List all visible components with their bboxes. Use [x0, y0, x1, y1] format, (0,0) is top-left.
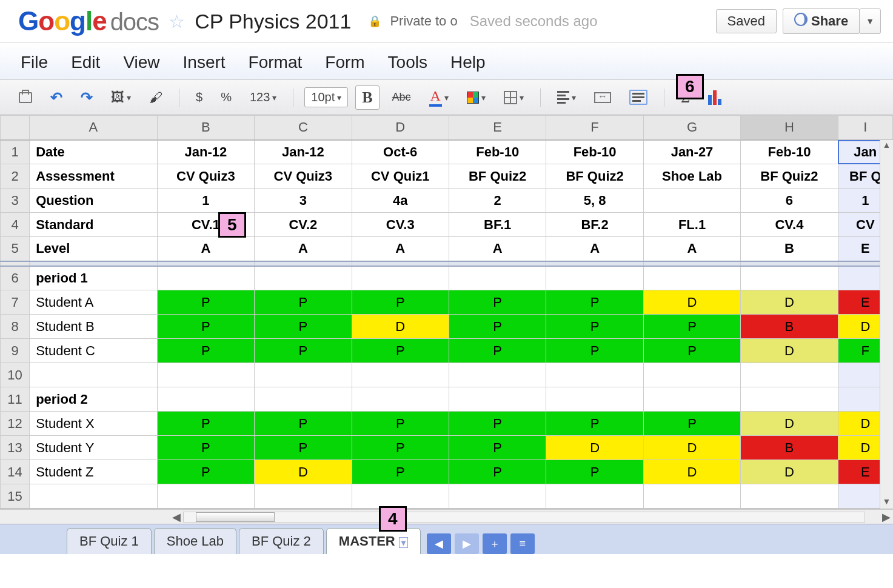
cell[interactable]: P	[352, 460, 449, 484]
cell[interactable]: CV Quiz1	[352, 164, 449, 189]
cell[interactable]: P	[643, 339, 740, 363]
cell[interactable]	[741, 484, 838, 509]
cell[interactable]: Level	[30, 237, 158, 261]
cell[interactable]: P	[157, 339, 254, 363]
cell[interactable]: P	[352, 339, 449, 363]
undo-button[interactable]: ↶	[45, 86, 68, 109]
cell[interactable]: A	[643, 237, 740, 261]
row-header[interactable]: 4	[1, 213, 30, 237]
cell[interactable]: D	[741, 290, 838, 315]
cell[interactable]: D	[352, 315, 449, 339]
cell[interactable]: P	[157, 460, 254, 484]
cell[interactable]: BF.2	[546, 213, 643, 237]
col-header-G[interactable]: G	[643, 116, 740, 140]
chart-button[interactable]	[703, 87, 728, 108]
cell[interactable]: D	[643, 290, 740, 315]
cell[interactable]: Jan-27	[643, 140, 740, 164]
cell[interactable]	[30, 484, 158, 509]
tab-add[interactable]: ＋	[483, 533, 507, 554]
cell[interactable]: D	[741, 460, 838, 484]
cell[interactable]: P	[352, 436, 449, 460]
number-format-button[interactable]: 123 ▾	[244, 87, 282, 107]
select-all-corner[interactable]	[1, 116, 30, 140]
col-header-F[interactable]: F	[546, 116, 643, 140]
cell[interactable]	[352, 266, 449, 290]
text-color-button[interactable]: A ▾	[424, 85, 454, 110]
redo-button[interactable]: ↷	[75, 86, 98, 109]
cell[interactable]	[546, 484, 643, 509]
menu-tools[interactable]: Tools	[388, 53, 427, 72]
cell[interactable]	[352, 387, 449, 412]
cell[interactable]: P	[546, 315, 643, 339]
col-header-A[interactable]: A	[30, 116, 158, 140]
col-header-I[interactable]: I	[838, 116, 892, 140]
cell[interactable]	[30, 363, 158, 387]
cell[interactable]: P	[643, 315, 740, 339]
percent-button[interactable]: %	[215, 87, 237, 107]
sheet-tab-menu-icon[interactable]: ▾	[399, 537, 408, 548]
cell[interactable]: D	[741, 339, 838, 363]
cell[interactable]	[255, 266, 352, 290]
cell[interactable]: Jan-12	[255, 140, 352, 164]
merge-button[interactable]	[589, 89, 617, 106]
document-title[interactable]: CP Physics 2011	[195, 10, 351, 33]
currency-button[interactable]: $	[190, 87, 208, 107]
cell[interactable]	[546, 266, 643, 290]
sheet-tab[interactable]: BF Quiz 1	[67, 528, 152, 554]
col-header-E[interactable]: E	[449, 116, 546, 140]
cell[interactable]: 2	[449, 189, 546, 213]
cell[interactable]: B	[741, 436, 838, 460]
tab-nav-prev[interactable]: ◀	[427, 533, 451, 554]
tab-nav-next[interactable]: ▶	[455, 533, 479, 554]
cell[interactable]: period 2	[30, 387, 158, 412]
wrap-button[interactable]	[624, 87, 653, 108]
bold-button[interactable]: B	[355, 85, 379, 110]
row-header[interactable]: 2	[1, 164, 30, 189]
cell[interactable]: B	[741, 315, 838, 339]
row-header[interactable]: 15	[1, 484, 30, 509]
borders-button[interactable]: ▾	[498, 88, 529, 107]
menu-edit[interactable]: Edit	[71, 53, 100, 72]
menu-form[interactable]: Form	[325, 53, 364, 72]
row-header[interactable]: 5	[1, 237, 30, 261]
cell[interactable]: P	[546, 290, 643, 315]
cell[interactable]: D	[255, 460, 352, 484]
saved-button[interactable]: Saved	[716, 9, 777, 33]
cell[interactable]: Question	[30, 189, 158, 213]
cell[interactable]	[546, 387, 643, 412]
share-dropdown[interactable]: ▼	[859, 8, 881, 34]
cell[interactable]	[157, 387, 254, 412]
cell[interactable]: Student X	[30, 412, 158, 436]
sheet-tab[interactable]: Shoe Lab	[154, 528, 236, 554]
cell[interactable]: BF Quiz2	[546, 164, 643, 189]
cell[interactable]: Feb-10	[449, 140, 546, 164]
row-header[interactable]: 1	[1, 140, 30, 164]
cell[interactable]	[255, 387, 352, 412]
cell[interactable]	[157, 484, 254, 509]
cell[interactable]	[643, 484, 740, 509]
format-brush-button[interactable]: 🖌	[144, 87, 168, 109]
cell[interactable]: P	[157, 315, 254, 339]
cell[interactable]: P	[546, 339, 643, 363]
cell[interactable]: Student Y	[30, 436, 158, 460]
menu-format[interactable]: Format	[249, 53, 303, 72]
cell[interactable]: FL.1	[643, 213, 740, 237]
cell[interactable]: CV.3	[352, 213, 449, 237]
cell[interactable]: Assessment	[30, 164, 158, 189]
horizontal-scrollbar[interactable]: ◀ ▶	[0, 509, 893, 524]
cell[interactable]: A	[157, 237, 254, 261]
cell[interactable]: P	[255, 290, 352, 315]
cell[interactable]	[546, 363, 643, 387]
cell[interactable]: P	[546, 412, 643, 436]
row-header[interactable]: 10	[1, 363, 30, 387]
cell[interactable]: CV.4	[741, 213, 838, 237]
cell[interactable]: D	[643, 436, 740, 460]
cell[interactable]: Jan-12	[157, 140, 254, 164]
row-header[interactable]: 13	[1, 436, 30, 460]
row-header[interactable]: 7	[1, 290, 30, 315]
row-header[interactable]: 3	[1, 189, 30, 213]
menu-insert[interactable]: Insert	[183, 53, 226, 72]
print-button[interactable]	[13, 89, 38, 106]
cell[interactable]: P	[449, 460, 546, 484]
paint-format-button[interactable]: 🖼▾	[105, 87, 136, 109]
